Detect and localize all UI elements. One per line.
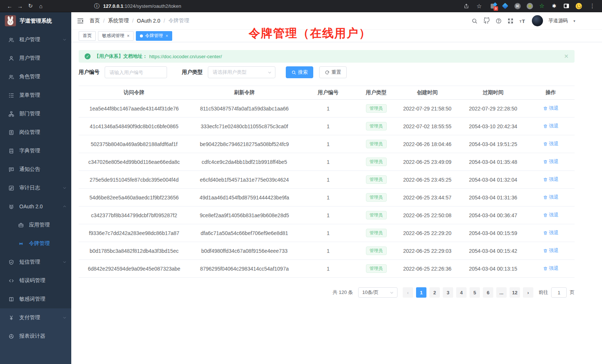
chevron-down-icon xyxy=(62,260,67,264)
user-id-cell: 1 xyxy=(299,206,357,224)
search-icon[interactable] xyxy=(471,18,478,24)
sidebar-item-敏感词管理[interactable]: 敏感词管理 xyxy=(0,290,71,308)
access-token-cell: f9336e7c7dd242a283ee98dc86b17a87 xyxy=(79,224,190,242)
force-logout-button[interactable]: 强退 xyxy=(543,247,559,254)
collapse-sidebar-icon[interactable] xyxy=(77,17,84,24)
tab-close-icon[interactable]: × xyxy=(127,33,130,39)
tab-close-icon[interactable]: × xyxy=(166,33,168,39)
extension-record-icon[interactable] xyxy=(526,2,533,10)
sidebar-item-报表设计器[interactable]: 报表设计器 xyxy=(0,327,71,345)
sidebar-item-应用管理[interactable]: 应用管理 xyxy=(0,216,71,234)
forward-icon[interactable]: → xyxy=(15,1,25,11)
profile-emoji-icon[interactable] xyxy=(575,2,582,10)
user-name[interactable]: 芋道源码 xyxy=(549,17,568,24)
force-logout-button[interactable]: 强退 xyxy=(543,105,559,112)
tab-敏感词管理[interactable]: 敏感词管理× xyxy=(98,31,134,41)
user-avatar[interactable] xyxy=(532,15,543,26)
breadcrumb-item-系统管理[interactable]: 系统管理 xyxy=(108,17,129,24)
sidebar-item-通知公告[interactable]: 通知公告 xyxy=(0,160,71,179)
sidebar-item-部门管理[interactable]: 部门管理 xyxy=(0,105,71,123)
force-logout-button[interactable]: 强退 xyxy=(543,176,559,183)
force-logout-button[interactable]: 强退 xyxy=(543,265,559,272)
page-button-6[interactable]: 6 xyxy=(483,287,493,298)
sidebar-item-菜单管理[interactable]: 菜单管理 xyxy=(0,86,71,105)
next-page-button[interactable]: › xyxy=(523,287,533,298)
sms-shield-icon xyxy=(7,259,15,265)
force-logout-button[interactable]: 强退 xyxy=(543,212,559,218)
help-icon[interactable] xyxy=(495,18,502,24)
extension-grid-icon[interactable]: 9 xyxy=(489,2,497,10)
sidebar-item-字典管理[interactable]: 字典管理 xyxy=(0,142,71,160)
bookmark-star-icon[interactable]: ☆ xyxy=(474,1,484,11)
search-button[interactable]: 搜索 xyxy=(286,66,313,78)
expire-time-cell: 2054-03-04 01:35:48 xyxy=(459,153,527,171)
font-size-icon[interactable]: TT xyxy=(519,17,526,24)
site-info-icon[interactable]: ⓘ xyxy=(94,1,100,11)
sidebar-item-短信管理[interactable]: 短信管理 xyxy=(0,253,71,271)
browser-menu-icon[interactable]: ⋮ xyxy=(587,1,598,11)
home-icon[interactable]: ⌂ xyxy=(36,1,46,11)
share-icon[interactable] xyxy=(464,3,469,9)
extension-pinwheel-icon[interactable]: ✱ xyxy=(550,2,558,10)
access-token-cell: c347026e805e4d99b0d116eae66eda8c xyxy=(79,153,190,171)
breadcrumb-item-首页[interactable]: 首页 xyxy=(89,17,100,24)
refresh-token-cell: 9ce8ef2aa9f14056b831ae9b608e28d5 xyxy=(190,206,300,224)
doc-link[interactable]: https://doc.iocoder.cn/user-center/ xyxy=(149,54,222,59)
sidebar-item-岗位管理[interactable]: 岗位管理 xyxy=(0,123,71,142)
sidebar-item-角色管理[interactable]: 角色管理 xyxy=(0,67,71,86)
page-button-12[interactable]: 12 xyxy=(510,287,520,298)
refresh-token-cell: 333ecfc71e02480cb11055c875c3ca0f xyxy=(190,118,300,135)
sidebar-item-支付管理[interactable]: 支付管理 xyxy=(0,308,71,327)
page-size-select[interactable]: 10条/页 xyxy=(358,287,397,298)
extension-gem-icon[interactable] xyxy=(501,2,509,10)
alert-close-icon[interactable]: ✕ xyxy=(564,53,569,60)
address-bar[interactable]: ⓘ 127.0.0.1:1024/system/oauth2/token xyxy=(94,1,464,11)
user-type-badge: 管理员 xyxy=(366,193,387,202)
reload-icon[interactable]: ↻ xyxy=(25,1,36,11)
page-button-2[interactable]: 2 xyxy=(429,287,440,298)
sidebar-item-审计日志[interactable]: 审计日志 xyxy=(0,179,71,197)
page-button-3[interactable]: 3 xyxy=(443,287,453,298)
access-token-cell: b0d1785bc3a8482f812db4a3f3bd15ec xyxy=(79,242,190,260)
force-logout-button[interactable]: 强退 xyxy=(543,194,559,201)
role-users-icon xyxy=(7,74,15,80)
sidebar-item-OAuth 2.0[interactable]: OAuth 2.0 xyxy=(0,197,71,216)
github-icon[interactable] xyxy=(483,17,490,24)
action-cell: 强退 xyxy=(527,189,575,206)
sidebar-item-错误码管理[interactable]: 错误码管理 xyxy=(0,271,71,290)
access-token-cell: 41c41346a548490f9dc8b01c6bfe0865 xyxy=(79,118,190,135)
page-button-1[interactable]: 1 xyxy=(416,287,426,298)
force-logout-button[interactable]: 强退 xyxy=(543,123,559,129)
sidebar-item-用户管理[interactable]: 用户管理 xyxy=(0,49,71,67)
user-id-input[interactable] xyxy=(105,66,167,78)
access-token-cell: 54d6be82ee5a460a9aedc1f9bf223656 xyxy=(79,189,190,206)
goto-page-input[interactable] xyxy=(551,287,567,298)
more-pages-button[interactable]: ... xyxy=(496,287,507,298)
page-button-5[interactable]: 5 xyxy=(470,287,480,298)
breadcrumb-item-OAuth 2.0[interactable]: OAuth 2.0 xyxy=(137,18,160,24)
trash-icon xyxy=(543,231,548,235)
sidebar-item-label: 通知公告 xyxy=(19,166,67,173)
tab-令牌管理[interactable]: 令牌管理× xyxy=(136,31,172,41)
user-menu-caret-icon[interactable]: ▾ xyxy=(573,19,575,23)
reset-button[interactable]: 重置 xyxy=(319,66,347,78)
force-logout-button[interactable]: 强退 xyxy=(543,229,559,236)
access-token-cell: 1ea5e44f8bc1467aaede43144f31de76 xyxy=(79,100,190,118)
sidebar-item-租户管理[interactable]: 租户管理 xyxy=(0,30,71,49)
force-logout-button[interactable]: 强退 xyxy=(543,158,559,165)
tab-bar: 首页敏感词管理×令牌管理× xyxy=(71,30,602,42)
back-icon[interactable]: ← xyxy=(4,1,15,11)
force-logout-button[interactable]: 强退 xyxy=(543,140,559,147)
page-button-4[interactable]: 4 xyxy=(456,287,467,298)
prev-page-button[interactable]: ‹ xyxy=(403,287,413,298)
user-type-select[interactable]: 请选择用户类型 xyxy=(208,66,275,78)
action-cell: 强退 xyxy=(527,153,575,171)
tab-首页[interactable]: 首页 xyxy=(79,31,96,41)
side-panel-icon[interactable] xyxy=(563,2,570,10)
created-time-cell: 2022-06-25 22:50:08 xyxy=(395,206,459,224)
extension-star-icon[interactable]: ☆ xyxy=(538,2,546,10)
trash-icon xyxy=(543,195,548,200)
extension-command-icon[interactable]: ⌘ xyxy=(514,2,521,10)
fullscreen-icon[interactable] xyxy=(507,18,514,24)
sidebar-item-令牌管理[interactable]: 令牌管理 xyxy=(0,234,71,253)
